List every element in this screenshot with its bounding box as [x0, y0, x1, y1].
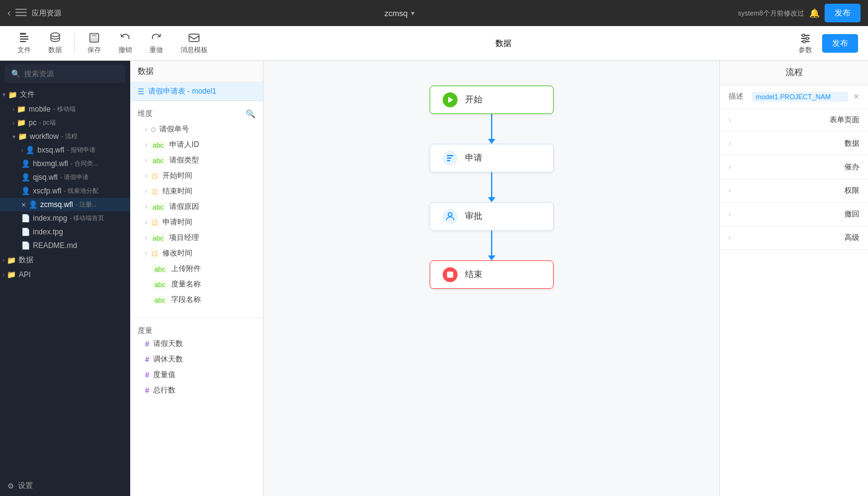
undo-label: 撤销 [118, 45, 132, 55]
publish-top-btn[interactable]: 发布 [825, 4, 861, 22]
dim-label: 结束时间 [162, 186, 192, 197]
flow-arrow-3 [485, 231, 498, 260]
flow-node-approve[interactable]: 审批 [430, 202, 554, 231]
zcmsq-label: zcmsq.wfl [40, 200, 73, 209]
dim-item-jssj[interactable]: › □ 结束时间 [130, 184, 263, 199]
search-dim-icon[interactable]: 🔍 [246, 109, 255, 118]
save-label: 保存 [87, 45, 101, 55]
flow-node-end[interactable]: 结束 [430, 260, 554, 289]
publish-button[interactable]: 发布 [825, 4, 861, 22]
project-dropdown-icon[interactable]: ▾ [411, 9, 415, 17]
settings-icon: ⚙ [7, 482, 14, 490]
revoke-row[interactable]: › 撤回 [720, 203, 868, 226]
dim-item-xmjl[interactable]: › abc 项目经理 [130, 230, 263, 246]
permission-row[interactable]: › 权限 [720, 179, 868, 203]
redo-button[interactable]: 重做 [142, 29, 170, 57]
measure-icon: # [145, 371, 149, 379]
sidebar-item-indexmpg[interactable]: 📄 index.mpg - 移动端首页 [0, 211, 130, 225]
dim-label: 请假类型 [169, 155, 199, 166]
pc-tag: - pc端 [39, 118, 56, 127]
msg-template-label: 消息模板 [180, 45, 208, 55]
dim-item-qjdh[interactable]: › ◇ 请假单号 [130, 122, 263, 137]
data-row[interactable]: › 数据 [720, 132, 868, 156]
flow-node-apply[interactable]: 申请 [430, 144, 554, 172]
expand-icon: › [145, 126, 147, 133]
dim-abc-icon: abc [153, 265, 167, 273]
dim-label: 上传附件 [171, 264, 201, 274]
app-icon [16, 9, 27, 17]
dim-item-qjyy[interactable]: › abc 请假原因 [130, 199, 263, 215]
qjsq-label: qjsq.wfl [33, 173, 58, 182]
dim-item-xgsj[interactable]: › □ 修改时间 [130, 246, 263, 261]
sidebar-item-workflow[interactable]: ▾ 📁 workflow - 流程 [0, 130, 130, 143]
apply-label: 申请 [465, 153, 482, 164]
svg-marker-18 [448, 97, 453, 103]
apply-icon [443, 151, 458, 166]
dim-date-icon: □ [151, 187, 159, 196]
file-icon: 📄 [21, 214, 30, 223]
file-label: 文件 [17, 45, 31, 55]
data-folder-label: 数据 [19, 255, 33, 265]
undo-button[interactable]: 撤销 [111, 29, 140, 57]
sidebar-item-xscfp[interactable]: 👤 xscfp.wfl - 线索池分配 [0, 184, 130, 198]
sidebar-item-qjsq[interactable]: 👤 qjsq.wfl - 请假申请 [0, 170, 130, 184]
sidebar-item-zcmsq[interactable]: ✕ 👤 zcmsq.wfl - 注册... [0, 198, 130, 211]
end-label: 结束 [465, 269, 482, 280]
dim-date-icon: □ [151, 218, 159, 227]
xscfp-tag: - 线索池分配 [64, 187, 99, 195]
sidebar-item-files[interactable]: ▾ 📁 文件 [0, 87, 130, 102]
close-icon[interactable]: ✕ [853, 92, 859, 101]
readme-label: README.md [33, 241, 77, 250]
dim-label: 申请人ID [169, 140, 199, 150]
measure-item-txts[interactable]: # 调休天数 [130, 352, 263, 367]
dim-label: 请假单号 [159, 124, 189, 135]
save-button[interactable]: 保存 [80, 29, 108, 57]
sidebar-item-data[interactable]: › 📁 数据 [0, 252, 130, 268]
reminder-row[interactable]: › 催办 [720, 156, 868, 179]
folder-icon: 📁 [17, 118, 26, 127]
sidebar-item-hbxmgl[interactable]: 👤 hbxmgl.wfl - 合同类... [0, 157, 130, 170]
advanced-row[interactable]: › 高级 [720, 226, 868, 250]
zcmsq-tag: - 注册... [76, 200, 97, 209]
dim-label: 申请时间 [162, 217, 192, 228]
dim-item-qjlx[interactable]: › abc 请假类型 [130, 153, 263, 168]
search-bar[interactable]: 🔍 [5, 64, 125, 83]
indexmpg-label: index.mpg [33, 214, 67, 223]
sidebar-item-indextpg[interactable]: 📄 index.tpg [0, 225, 130, 239]
sidebar-item-mobile[interactable]: › 📁 mobile - 移动端 [0, 102, 130, 116]
form-page-row[interactable]: › 表单页面 [720, 108, 868, 132]
notification-icon[interactable]: 🔔 [809, 8, 820, 18]
sidebar-item-api[interactable]: › 📁 API [0, 268, 130, 281]
separator [130, 317, 263, 318]
params-button[interactable]: 参数 [791, 29, 820, 57]
publish-button-toolbar[interactable]: 发布 [822, 34, 858, 53]
dim-item-sqsj[interactable]: › □ 申请时间 [130, 215, 263, 230]
sidebar-item-pc[interactable]: › 📁 pc - pc端 [0, 116, 130, 130]
dim-item-kssj[interactable]: › □ 开始时间 [130, 168, 263, 184]
description-value[interactable]: model1.PROJECT_NAM [752, 92, 848, 102]
main-layout: 🔍 ▾ 📁 文件 › 📁 mobile - 移动端 [0, 61, 868, 496]
expand-icon: › [145, 219, 147, 226]
flow-node-start[interactable]: 开始 [430, 86, 554, 114]
measure-item-qjtian[interactable]: # 请假天数 [130, 336, 263, 352]
back-button[interactable]: ‹ [7, 7, 11, 19]
project-name: zcmsq [384, 9, 408, 18]
measure-item-zhs[interactable]: # 总行数 [130, 383, 263, 398]
file-button[interactable]: 文件 [10, 29, 38, 57]
search-input[interactable] [24, 69, 119, 78]
indexmpg-tag: - 移动端首页 [69, 214, 104, 223]
measure-item-dlz[interactable]: # 度量值 [130, 367, 263, 383]
svg-rect-3 [20, 33, 26, 35]
breadcrumb-tab[interactable]: ☰ 请假申请表 - model1 [130, 82, 263, 101]
dim-item-dlmc[interactable]: abc 度量名称 [130, 277, 263, 292]
dim-item-sqrid[interactable]: › abc 申请人ID [130, 137, 263, 153]
dim-abc-icon: abc [151, 156, 166, 165]
file-icon: 📄 [21, 241, 30, 250]
sidebar-item-readme[interactable]: 📄 README.md [0, 239, 130, 252]
dim-item-zdmc[interactable]: abc 字段名称 [130, 292, 263, 308]
data-button[interactable]: 数据 [41, 29, 69, 57]
settings-item[interactable]: ⚙ 设置 [0, 476, 130, 496]
sidebar-item-bxsq[interactable]: › 👤 bxsq.wfl - 报销申请 [0, 143, 130, 157]
msg-template-button[interactable]: 消息模板 [173, 29, 215, 57]
dim-item-scfj[interactable]: abc 上传附件 [130, 261, 263, 277]
